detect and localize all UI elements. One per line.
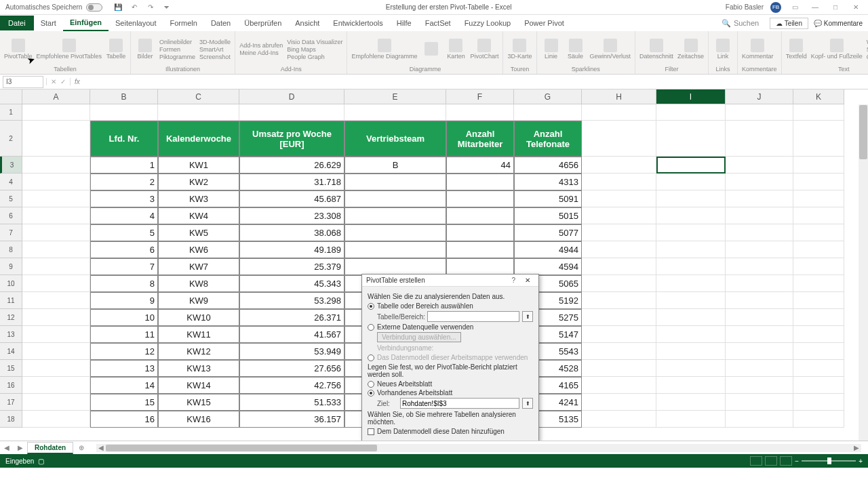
cell-ma[interactable] [446, 258, 514, 275]
cell-kw[interactable]: KW12 [158, 343, 239, 360]
col-head-I[interactable]: I [656, 89, 726, 104]
ribbon-cmd[interactable]: Karten [446, 39, 466, 60]
accept-formula-icon[interactable]: ✓ [60, 78, 66, 85]
cell-lfd[interactable]: 7 [90, 258, 158, 275]
ribbon-cmd[interactable]: 3D-Modelle [199, 39, 231, 45]
cell-umsatz[interactable]: 53.298 [239, 292, 344, 309]
row-head-15[interactable]: 15 [0, 360, 22, 377]
ribbon-cmd[interactable]: Empfohlene Diagramme [351, 39, 417, 60]
th-umsatz[interactable]: Umsatz pro Woche [EUR] [239, 121, 344, 157]
cell-i10[interactable] [656, 275, 726, 292]
cell-lfd[interactable]: 16 [90, 411, 158, 428]
ribbon-cmd[interactable]: PivotChart [470, 39, 498, 60]
cell-i14[interactable] [656, 343, 726, 360]
cell-ma[interactable] [446, 207, 514, 224]
cell-lfd[interactable]: 11 [90, 326, 158, 343]
ribbon-cmd[interactable]: Bilder [135, 39, 155, 60]
tab-datei[interactable]: Datei [0, 16, 34, 30]
cell-i12[interactable] [656, 309, 726, 326]
cell-tel[interactable]: 5015 [514, 207, 582, 224]
ribbon-cmd[interactable]: Formen [159, 46, 195, 53]
cell-i15[interactable] [656, 360, 726, 377]
cell-umsatz[interactable]: 25.379 [239, 258, 344, 275]
ziel-picker-icon[interactable]: ⬆ [522, 398, 533, 409]
cell-ma[interactable]: 44 [446, 157, 514, 174]
ziel-input[interactable] [400, 398, 519, 409]
vertical-scrollbar[interactable] [859, 104, 868, 441]
row-head-8[interactable]: 8 [0, 241, 22, 258]
th-ma[interactable]: Anzahl Mitarbeiter [446, 121, 514, 157]
ribbon-cmd[interactable]: Säule [566, 39, 586, 60]
col-head-E[interactable]: E [344, 89, 446, 104]
cell-umsatz[interactable]: 31.718 [239, 174, 344, 190]
ribbon-cmd[interactable]: Kommentar [742, 39, 774, 60]
cell-lfd[interactable]: 15 [90, 394, 158, 411]
row-head-5[interactable]: 5 [0, 190, 22, 207]
row-head-11[interactable]: 11 [0, 292, 22, 309]
save-icon[interactable]: 💾 [113, 3, 123, 12]
cell-i11[interactable] [656, 292, 726, 309]
row-head-16[interactable]: 16 [0, 377, 22, 394]
cell-kw[interactable]: KW14 [158, 377, 239, 394]
cell-umsatz[interactable]: 36.157 [239, 411, 344, 428]
ribbon-options-icon[interactable]: ▭ [788, 3, 802, 11]
ribbon-cmd[interactable]: Meine Add-Ins [239, 49, 283, 56]
maximize-icon[interactable]: □ [829, 3, 842, 11]
cell-lfd[interactable]: 4 [90, 207, 158, 224]
col-head-D[interactable]: D [239, 89, 344, 104]
tab-überprüfen[interactable]: Überprüfen [237, 16, 288, 30]
sheet-nav-next-icon[interactable]: ▶ [14, 444, 27, 451]
ribbon-cmd[interactable]: Textfeld [786, 39, 807, 60]
cell-team[interactable]: B [344, 157, 446, 174]
col-head-K[interactable]: K [793, 89, 844, 104]
cell-umsatz[interactable]: 26.371 [239, 309, 344, 326]
cell-tel[interactable]: 5077 [514, 224, 582, 241]
ribbon-cmd[interactable]: Empfohlene PivotTables [37, 39, 102, 60]
cell-kw[interactable]: KW15 [158, 394, 239, 411]
col-head-G[interactable]: G [514, 89, 582, 104]
row-head-18[interactable]: 18 [0, 411, 22, 428]
cell-kw[interactable]: KW11 [158, 326, 239, 343]
dialog-close-icon[interactable]: ✕ [521, 277, 534, 284]
cell-lfd[interactable]: 14 [90, 377, 158, 394]
range-input[interactable] [427, 311, 519, 322]
ribbon-cmd[interactable]: Add-Ins abrufen [239, 42, 283, 49]
cell-kw[interactable]: KW7 [158, 258, 239, 275]
view-normal-icon[interactable] [750, 456, 762, 466]
cell-i9[interactable] [656, 258, 726, 275]
undo-icon[interactable]: ↶ [130, 3, 139, 12]
ribbon-cmd[interactable]: SmartArt [199, 46, 231, 53]
add-sheet-icon[interactable]: ⊕ [73, 444, 90, 451]
close-icon[interactable]: ✕ [849, 3, 863, 11]
th-team[interactable]: Vertriebsteam [344, 121, 446, 157]
macro-record-icon[interactable]: ▢ [38, 458, 44, 465]
cell-kw[interactable]: KW9 [158, 292, 239, 309]
col-head-H[interactable]: H [582, 89, 656, 104]
cell-team[interactable] [344, 224, 446, 241]
cell-i4[interactable] [656, 174, 726, 190]
cell-lfd[interactable]: 8 [90, 275, 158, 292]
fx-icon[interactable]: fx [71, 78, 84, 85]
col-head-F[interactable]: F [446, 89, 514, 104]
cell-umsatz[interactable]: 51.533 [239, 394, 344, 411]
tab-factset[interactable]: FactSet [418, 16, 458, 30]
dialog-titlebar[interactable]: PivotTable erstellen ? ✕ [362, 274, 538, 287]
cell-i18[interactable] [656, 411, 726, 428]
col-head-C[interactable]: C [158, 89, 239, 104]
formula-input[interactable] [84, 76, 868, 88]
qat-customize-icon[interactable]: ⏷ [162, 3, 172, 12]
zoom-slider[interactable] [802, 460, 856, 462]
cell-lfd[interactable]: 12 [90, 343, 158, 360]
row-head-2[interactable]: 2 [0, 121, 22, 157]
cell-umsatz[interactable]: 27.656 [239, 360, 344, 377]
cell-ma[interactable] [446, 174, 514, 190]
tab-hilfe[interactable]: Hilfe [390, 16, 418, 30]
ribbon-cmd[interactable]: Link [713, 39, 733, 60]
tab-formeln[interactable]: Formeln [163, 16, 204, 30]
cell-umsatz[interactable]: 23.308 [239, 207, 344, 224]
tab-power-pivot[interactable]: Power Pivot [517, 16, 571, 30]
cell-team[interactable] [344, 241, 446, 258]
cell-kw[interactable]: KW4 [158, 207, 239, 224]
ribbon-cmd[interactable]: Linie [541, 39, 561, 60]
th-kw[interactable]: Kalenderwoche [158, 121, 239, 157]
